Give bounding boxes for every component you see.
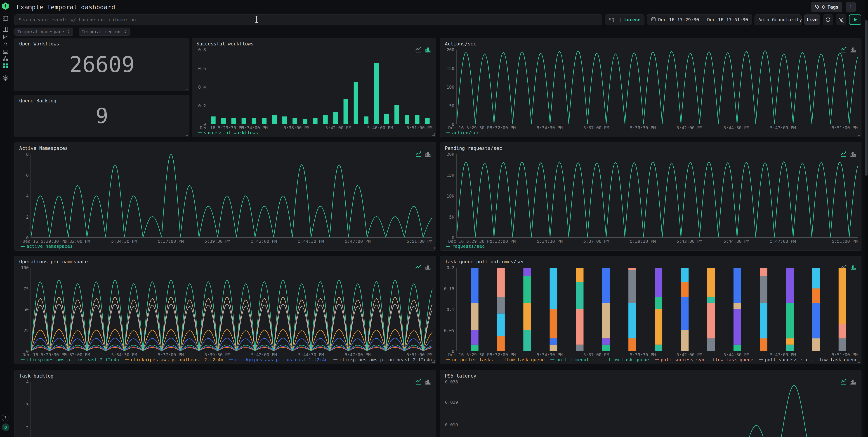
bar-chart-toggle-icon[interactable] [424,151,432,158]
legend-item[interactable]: poll_success_syn..-flow-task-queue [655,357,753,363]
x-axis-tick: Dec 16 5:29:30 PM [23,239,66,244]
legend-item[interactable]: poll_success · c..-flow-task-queue [759,357,857,363]
x-axis-tick: Dec 16 5:29:30 PM [448,239,492,244]
sidebar-item-sessions-laptop-icon[interactable] [2,49,9,55]
legend-item[interactable]: no_poller_tasks ..-flow-task-queue [446,357,545,363]
x-axis-tick: 5:32:00 PM [490,352,516,357]
y-axis-tick: 2 [26,215,29,220]
x-axis-tick: 5:39:30 PM [630,352,656,357]
legend-label: successful workflows [204,130,258,135]
line-chart-toggle-icon[interactable] [840,46,847,53]
legend-item[interactable]: clickpipes-aws-p..-us-east-1.l2c4n [229,357,328,363]
y-axis-tick: 0.2 [198,103,206,108]
legend-dash [446,132,450,133]
sidebar-item-alerts-bell-icon[interactable] [2,41,9,49]
metric-value: 9 [15,95,189,137]
page-scrollbar[interactable] [865,0,868,437]
sidebar-item-chart-explorer-icon[interactable] [2,34,9,40]
panel-operations-per-namespace: Operations per namespace1007550250Dec 16… [14,256,436,364]
x-axis-tick: 5:47:00 PM [345,239,370,244]
sidebar-item-service-graph-icon[interactable] [2,55,9,62]
x-axis-tick: 5:42:00 PM [677,239,702,244]
legend-label: clickpipes-aws-p..outheast-2.l2c4n [339,357,432,363]
line-chart-toggle-icon[interactable] [840,378,847,385]
app-logo-icon[interactable] [1,2,9,10]
x-axis-tick: Dec 16 5:29:30 PM [23,352,66,357]
line-chart-toggle-icon[interactable] [415,151,422,158]
sidebar-item-dashboards-grid-icon[interactable] [2,62,9,69]
x-axis-tick: 5:47:00 PM [770,352,796,357]
plot-area[interactable] [456,268,858,351]
bar-chart-toggle-icon[interactable] [849,46,857,53]
legend-item[interactable]: poll_timeout · c..-flow-task-queue [550,357,649,363]
y-axis-tick: 0.15 [444,286,454,291]
line-chart-toggle-icon[interactable] [415,264,422,271]
chart-type-toggles [415,264,432,271]
bar-chart-toggle-icon[interactable] [849,151,857,158]
legend-item[interactable]: active namespaces [21,244,73,249]
plot-area[interactable] [31,154,432,238]
sidebar-item-settings-gear-icon[interactable] [2,75,9,82]
plot-area[interactable] [208,50,432,124]
y-axis-tick: 0.038 [445,379,458,384]
panel-title: Operations per namespace [19,259,88,264]
x-axis-tick: 5:44:30 PM [723,239,749,244]
x-axis-tick: 5:51:00 PM [832,352,858,357]
line-chart-toggle-icon[interactable] [415,378,422,385]
scrollbar-thumb[interactable] [865,20,868,176]
x-axis-tick: 5:44:30 PM [298,352,324,357]
bar-chart-toggle-icon[interactable] [849,264,857,271]
legend-dash [550,360,555,360]
plot-area[interactable] [31,268,432,351]
x-axis-tick: 5:32:00 PM [490,239,516,244]
legend-label: poll_success_syn..-flow-task-queue [661,357,753,363]
chart-plot: 86420 [19,154,432,238]
sidebar-item-table-grid-icon[interactable] [2,26,9,33]
line-chart-toggle-icon[interactable] [840,151,847,158]
legend-item[interactable]: clickpipes-aws-p..-us-east-2.l2c4n [21,357,119,363]
legend-dash [446,360,450,360]
chart-plot: 200150100500 [445,50,858,124]
line-chart-toggle-icon[interactable] [840,264,847,271]
plot-area[interactable] [456,50,858,124]
help-button[interactable]: ? [2,414,9,421]
line-chart-toggle-icon[interactable] [415,46,422,53]
x-axis-tick: 5:34:30 PM [537,239,563,244]
plot-area[interactable] [456,154,858,238]
y-axis-tick: 0.019 [445,422,458,427]
x-axis-tick: 5:34:30 PM [111,352,137,357]
x-axis-tick: 5:39:30 PM [205,239,230,244]
plot-area[interactable] [31,382,432,437]
legend-item[interactable]: clickpipes-aws-p..outheast-2.l2c4n [333,357,432,363]
legend-label: clickpipes-aws-p..outheast-2.l2c4n [131,357,223,363]
sidebar-item-panel-collapse-icon[interactable] [2,15,9,22]
panel-title: Task backlog [19,373,54,379]
y-axis-tick: 0.6 [198,66,206,71]
chart-legend: clickpipes-aws-p..-us-east-2.l2c4nclickp… [21,357,432,363]
legend-item[interactable]: action/sec [446,130,479,135]
x-axis-tick: 5:39:30 PM [630,125,656,130]
bar-chart-toggle-icon[interactable] [849,378,857,385]
legend-dash [759,360,763,360]
legend-item[interactable]: successful workflows [198,130,258,135]
x-axis-tick: Dec 16 5:29:30 PM [448,352,492,357]
panel-task-backlog: Task backlog432 [14,370,436,437]
chart-plot: 1007550250 [19,268,432,351]
bar-chart-toggle-icon[interactable] [424,378,432,385]
bar-chart-toggle-icon[interactable] [424,264,432,271]
x-axis-tick: 5:42:00 PM [251,352,277,357]
y-axis-tick: 6 [26,173,29,178]
x-axis-tick: 5:44:30 PM [723,125,749,130]
user-avatar[interactable]: D [2,424,9,431]
panel-active-namespaces: Active Namespaces86420Dec 16 5:29:30 PM5… [14,142,436,251]
panel-title: Successful workflows [196,41,254,46]
panel-actions-per-sec: Actions/sec200150100500Dec 16 5:29:30 PM… [440,38,862,137]
panel-queue-backlog: Queue Backlog9 [14,95,189,137]
legend-item[interactable]: clickpipes-aws-p..outheast-2.l2c4n [125,357,223,363]
chart-plot: 20K15K10K5K0 [445,154,858,238]
bar-chart-toggle-icon[interactable] [424,46,432,53]
plot-area[interactable] [460,382,858,437]
y-axis-tick: 0.029 [445,400,458,405]
legend-dash [21,360,25,360]
legend-item[interactable]: requests/sec [446,244,485,249]
